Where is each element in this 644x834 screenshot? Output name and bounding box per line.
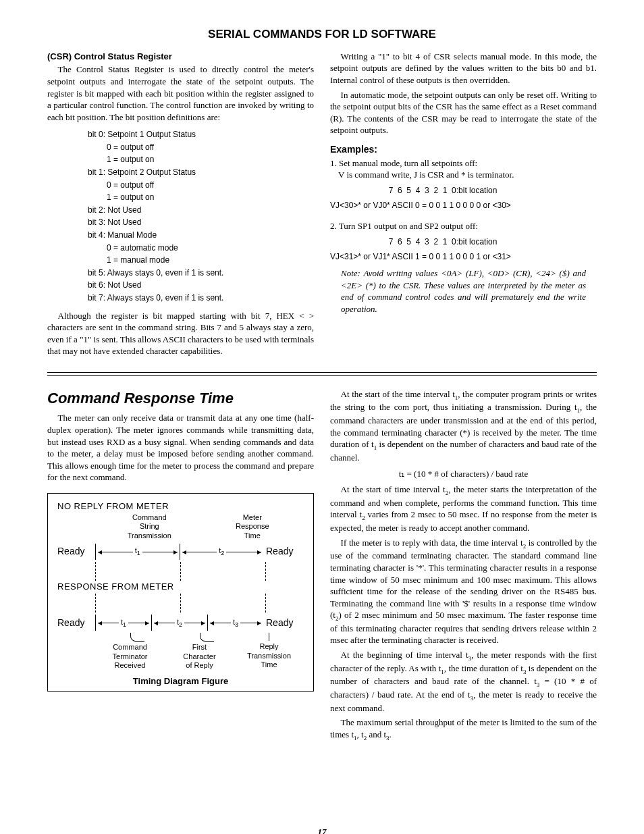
- dg-ready-l1: Ready: [57, 545, 95, 558]
- crt-rp5: The maximum serial throughput of the met…: [330, 716, 597, 741]
- dg-head1: NO REPLY FROM METER: [57, 500, 304, 513]
- right-col-top: Writing a "1" to bit 4 of CSR selects ma…: [330, 51, 597, 360]
- ex2-header: 7 6 5 4 3 2 1 0:bit location: [330, 236, 597, 247]
- crt-p1: The meter can only receive data or trans…: [47, 412, 314, 483]
- dg-row2: Ready t1 t2 t3 Ready: [57, 613, 304, 633]
- dg-lab-a: Command String Transmission: [98, 513, 201, 540]
- crt-rp4: At the beginning of time interval t3, th…: [330, 649, 597, 714]
- dg-lab-b: Meter Response Time: [201, 513, 304, 540]
- dg-bottom-labels: Command Terminator Received First Charac…: [95, 633, 304, 670]
- bit1: bit 1: Setpoint 2 Output Status: [88, 166, 314, 179]
- right-col-bottom: At the start of the time interval t1, th…: [330, 388, 597, 745]
- timing-diagram: NO REPLY FROM METER Command String Trans…: [47, 493, 314, 692]
- crt-title: Command Response Time: [47, 388, 314, 409]
- bit1-s0: 0 = output off: [107, 179, 314, 192]
- right-p1: Writing a "1" to bit 4 of CSR selects ma…: [330, 51, 597, 86]
- bit0-s1: 1 = output on: [107, 153, 314, 166]
- ex1-desc: 1. Set manual mode, turn all setpoints o…: [330, 157, 597, 170]
- ex1-note: V is command write, J is CSR and * is te…: [338, 169, 597, 181]
- bit1-s1: 1 = output on: [107, 191, 314, 204]
- right-p2: In automatic mode, the setpoint outputs …: [330, 89, 597, 136]
- csr-note: Note: Avoid writing values <0A> (LF), <0…: [341, 267, 586, 315]
- bit-list: bit 0: Setpoint 1 Output Status 0 = outp…: [88, 128, 314, 304]
- rule-top: [47, 372, 597, 373]
- csr-after: Although the register is bit mapped star…: [47, 310, 314, 357]
- left-col-top: (CSR) Control Status Register The Contro…: [47, 51, 314, 360]
- dg-row1: Ready t1 t2 Ready: [57, 542, 304, 562]
- bit4-s0: 0 = automatic mode: [107, 242, 314, 255]
- page-main-title: SERIAL COMMANDS FOR LD SOFTWARE: [47, 27, 597, 43]
- left-col-bottom: Command Response Time The meter can only…: [47, 388, 314, 745]
- dg-ready-r2: Ready: [263, 617, 304, 629]
- bit4: bit 4: Manual Mode: [88, 229, 314, 242]
- bit3: bit 3: Not Used: [88, 216, 314, 229]
- dg-caption: Timing Diagram Figure: [57, 675, 304, 687]
- crt-formula: t₁ = (10 * # of characters) / baud rate: [330, 468, 597, 480]
- dg-top-labels: Command String Transmission Meter Respon…: [98, 513, 304, 540]
- bit4-s1: 1 = manual mode: [107, 254, 314, 267]
- csr-intro: The Control Status Register is used to d…: [47, 63, 314, 123]
- bottom-columns: Command Response Time The meter can only…: [47, 388, 597, 745]
- rule-thin: [47, 375, 597, 376]
- dg-ready-r1: Ready: [263, 545, 304, 558]
- bit5: bit 5: Always stays 0, even if 1 is sent…: [88, 267, 314, 280]
- bit0: bit 0: Setpoint 1 Output Status: [88, 128, 314, 141]
- crt-rp3: If the meter is to reply with data, the …: [330, 537, 597, 646]
- bit6: bit 6: Not Used: [88, 279, 314, 292]
- crt-rp2: At the start of time interval t2, the me…: [330, 484, 597, 534]
- top-columns: (CSR) Control Status Register The Contro…: [47, 51, 597, 360]
- bit0-s0: 0 = output off: [107, 141, 314, 154]
- bit7: bit 7: Always stays 0, even if 1 is sent…: [88, 292, 314, 305]
- ex1-row: VJ<30>* or VJ0* ASCII 0 = 0 0 1 1 0 0 0 …: [330, 200, 597, 211]
- ex2-desc: 2. Turn SP1 output on and SP2 output off…: [330, 220, 597, 232]
- ex2-row: VJ<31>* or VJ1* ASCII 1 = 0 0 1 1 0 0 0 …: [330, 251, 597, 262]
- dg-ready-l2: Ready: [57, 617, 95, 629]
- crt-rp1: At the start of the time interval t1, th…: [330, 388, 597, 464]
- dg-head2: RESPONSE FROM METER: [57, 581, 304, 593]
- examples-heading: Examples:: [330, 143, 597, 156]
- page-number: 17: [47, 826, 597, 834]
- csr-heading: (CSR) Control Status Register: [47, 51, 314, 63]
- ex1-header: 7 6 5 4 3 2 1 0:bit location: [330, 185, 597, 196]
- bit2: bit 2: Not Used: [88, 204, 314, 217]
